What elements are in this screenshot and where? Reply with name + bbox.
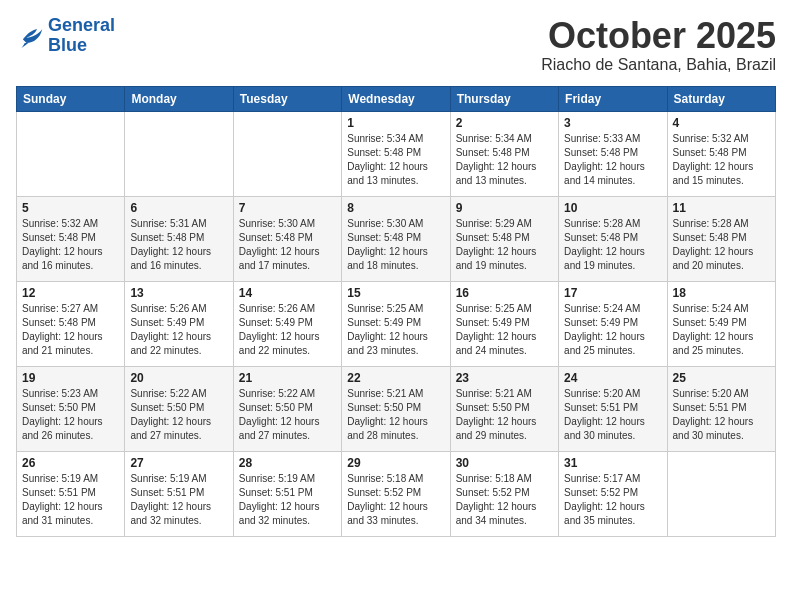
day-info: Sunrise: 5:17 AM Sunset: 5:52 PM Dayligh… <box>564 472 661 528</box>
day-info: Sunrise: 5:20 AM Sunset: 5:51 PM Dayligh… <box>673 387 770 443</box>
calendar-cell: 1Sunrise: 5:34 AM Sunset: 5:48 PM Daylig… <box>342 111 450 196</box>
calendar-cell: 10Sunrise: 5:28 AM Sunset: 5:48 PM Dayli… <box>559 196 667 281</box>
calendar-cell: 25Sunrise: 5:20 AM Sunset: 5:51 PM Dayli… <box>667 366 775 451</box>
calendar-cell: 26Sunrise: 5:19 AM Sunset: 5:51 PM Dayli… <box>17 451 125 536</box>
weekday-header-cell: Thursday <box>450 86 558 111</box>
weekday-header-cell: Friday <box>559 86 667 111</box>
day-number: 10 <box>564 201 661 215</box>
calendar-cell: 3Sunrise: 5:33 AM Sunset: 5:48 PM Daylig… <box>559 111 667 196</box>
calendar-week-row: 12Sunrise: 5:27 AM Sunset: 5:48 PM Dayli… <box>17 281 776 366</box>
day-info: Sunrise: 5:29 AM Sunset: 5:48 PM Dayligh… <box>456 217 553 273</box>
day-number: 19 <box>22 371 119 385</box>
day-info: Sunrise: 5:34 AM Sunset: 5:48 PM Dayligh… <box>347 132 444 188</box>
calendar-cell: 22Sunrise: 5:21 AM Sunset: 5:50 PM Dayli… <box>342 366 450 451</box>
calendar-cell: 9Sunrise: 5:29 AM Sunset: 5:48 PM Daylig… <box>450 196 558 281</box>
day-number: 14 <box>239 286 336 300</box>
day-info: Sunrise: 5:28 AM Sunset: 5:48 PM Dayligh… <box>673 217 770 273</box>
calendar-cell: 20Sunrise: 5:22 AM Sunset: 5:50 PM Dayli… <box>125 366 233 451</box>
calendar-cell: 30Sunrise: 5:18 AM Sunset: 5:52 PM Dayli… <box>450 451 558 536</box>
day-number: 8 <box>347 201 444 215</box>
day-number: 27 <box>130 456 227 470</box>
month-title: October 2025 <box>541 16 776 56</box>
day-number: 13 <box>130 286 227 300</box>
calendar-cell: 19Sunrise: 5:23 AM Sunset: 5:50 PM Dayli… <box>17 366 125 451</box>
day-number: 16 <box>456 286 553 300</box>
calendar-cell: 15Sunrise: 5:25 AM Sunset: 5:49 PM Dayli… <box>342 281 450 366</box>
day-number: 9 <box>456 201 553 215</box>
calendar-cell: 21Sunrise: 5:22 AM Sunset: 5:50 PM Dayli… <box>233 366 341 451</box>
day-number: 21 <box>239 371 336 385</box>
day-info: Sunrise: 5:26 AM Sunset: 5:49 PM Dayligh… <box>130 302 227 358</box>
logo: General Blue <box>16 16 115 56</box>
calendar-cell: 6Sunrise: 5:31 AM Sunset: 5:48 PM Daylig… <box>125 196 233 281</box>
day-info: Sunrise: 5:32 AM Sunset: 5:48 PM Dayligh… <box>673 132 770 188</box>
calendar-cell: 11Sunrise: 5:28 AM Sunset: 5:48 PM Dayli… <box>667 196 775 281</box>
day-info: Sunrise: 5:21 AM Sunset: 5:50 PM Dayligh… <box>347 387 444 443</box>
day-number: 28 <box>239 456 336 470</box>
calendar-cell: 5Sunrise: 5:32 AM Sunset: 5:48 PM Daylig… <box>17 196 125 281</box>
day-number: 23 <box>456 371 553 385</box>
day-number: 31 <box>564 456 661 470</box>
day-number: 30 <box>456 456 553 470</box>
day-info: Sunrise: 5:22 AM Sunset: 5:50 PM Dayligh… <box>239 387 336 443</box>
location-subtitle: Riacho de Santana, Bahia, Brazil <box>541 56 776 74</box>
calendar-cell: 14Sunrise: 5:26 AM Sunset: 5:49 PM Dayli… <box>233 281 341 366</box>
logo-bird-icon <box>16 22 44 50</box>
day-number: 17 <box>564 286 661 300</box>
day-info: Sunrise: 5:19 AM Sunset: 5:51 PM Dayligh… <box>130 472 227 528</box>
day-info: Sunrise: 5:20 AM Sunset: 5:51 PM Dayligh… <box>564 387 661 443</box>
day-info: Sunrise: 5:19 AM Sunset: 5:51 PM Dayligh… <box>22 472 119 528</box>
day-info: Sunrise: 5:25 AM Sunset: 5:49 PM Dayligh… <box>456 302 553 358</box>
day-number: 29 <box>347 456 444 470</box>
day-info: Sunrise: 5:18 AM Sunset: 5:52 PM Dayligh… <box>347 472 444 528</box>
calendar-cell <box>125 111 233 196</box>
logo-line1: General <box>48 15 115 35</box>
calendar-cell: 7Sunrise: 5:30 AM Sunset: 5:48 PM Daylig… <box>233 196 341 281</box>
logo-text: General Blue <box>48 16 115 56</box>
day-number: 26 <box>22 456 119 470</box>
day-info: Sunrise: 5:27 AM Sunset: 5:48 PM Dayligh… <box>22 302 119 358</box>
day-info: Sunrise: 5:26 AM Sunset: 5:49 PM Dayligh… <box>239 302 336 358</box>
day-number: 7 <box>239 201 336 215</box>
day-number: 22 <box>347 371 444 385</box>
day-info: Sunrise: 5:28 AM Sunset: 5:48 PM Dayligh… <box>564 217 661 273</box>
day-number: 6 <box>130 201 227 215</box>
weekday-header-cell: Saturday <box>667 86 775 111</box>
day-info: Sunrise: 5:34 AM Sunset: 5:48 PM Dayligh… <box>456 132 553 188</box>
day-number: 15 <box>347 286 444 300</box>
day-info: Sunrise: 5:33 AM Sunset: 5:48 PM Dayligh… <box>564 132 661 188</box>
weekday-header-cell: Tuesday <box>233 86 341 111</box>
calendar-cell: 27Sunrise: 5:19 AM Sunset: 5:51 PM Dayli… <box>125 451 233 536</box>
calendar-week-row: 5Sunrise: 5:32 AM Sunset: 5:48 PM Daylig… <box>17 196 776 281</box>
calendar-cell <box>667 451 775 536</box>
calendar-cell: 18Sunrise: 5:24 AM Sunset: 5:49 PM Dayli… <box>667 281 775 366</box>
weekday-header-cell: Monday <box>125 86 233 111</box>
calendar-week-row: 1Sunrise: 5:34 AM Sunset: 5:48 PM Daylig… <box>17 111 776 196</box>
weekday-header-cell: Sunday <box>17 86 125 111</box>
calendar-cell: 4Sunrise: 5:32 AM Sunset: 5:48 PM Daylig… <box>667 111 775 196</box>
calendar-cell: 24Sunrise: 5:20 AM Sunset: 5:51 PM Dayli… <box>559 366 667 451</box>
day-info: Sunrise: 5:18 AM Sunset: 5:52 PM Dayligh… <box>456 472 553 528</box>
weekday-header-cell: Wednesday <box>342 86 450 111</box>
page-header: General Blue October 2025 Riacho de Sant… <box>16 16 776 74</box>
weekday-header-row: SundayMondayTuesdayWednesdayThursdayFrid… <box>17 86 776 111</box>
title-block: October 2025 Riacho de Santana, Bahia, B… <box>541 16 776 74</box>
day-number: 25 <box>673 371 770 385</box>
day-info: Sunrise: 5:24 AM Sunset: 5:49 PM Dayligh… <box>673 302 770 358</box>
calendar-week-row: 19Sunrise: 5:23 AM Sunset: 5:50 PM Dayli… <box>17 366 776 451</box>
calendar-cell <box>17 111 125 196</box>
calendar-cell: 31Sunrise: 5:17 AM Sunset: 5:52 PM Dayli… <box>559 451 667 536</box>
day-info: Sunrise: 5:32 AM Sunset: 5:48 PM Dayligh… <box>22 217 119 273</box>
day-number: 2 <box>456 116 553 130</box>
calendar-cell: 8Sunrise: 5:30 AM Sunset: 5:48 PM Daylig… <box>342 196 450 281</box>
calendar-cell <box>233 111 341 196</box>
day-info: Sunrise: 5:23 AM Sunset: 5:50 PM Dayligh… <box>22 387 119 443</box>
day-number: 3 <box>564 116 661 130</box>
calendar-cell: 2Sunrise: 5:34 AM Sunset: 5:48 PM Daylig… <box>450 111 558 196</box>
calendar-cell: 29Sunrise: 5:18 AM Sunset: 5:52 PM Dayli… <box>342 451 450 536</box>
day-info: Sunrise: 5:22 AM Sunset: 5:50 PM Dayligh… <box>130 387 227 443</box>
calendar-body: 1Sunrise: 5:34 AM Sunset: 5:48 PM Daylig… <box>17 111 776 536</box>
day-info: Sunrise: 5:30 AM Sunset: 5:48 PM Dayligh… <box>239 217 336 273</box>
day-number: 12 <box>22 286 119 300</box>
day-number: 11 <box>673 201 770 215</box>
